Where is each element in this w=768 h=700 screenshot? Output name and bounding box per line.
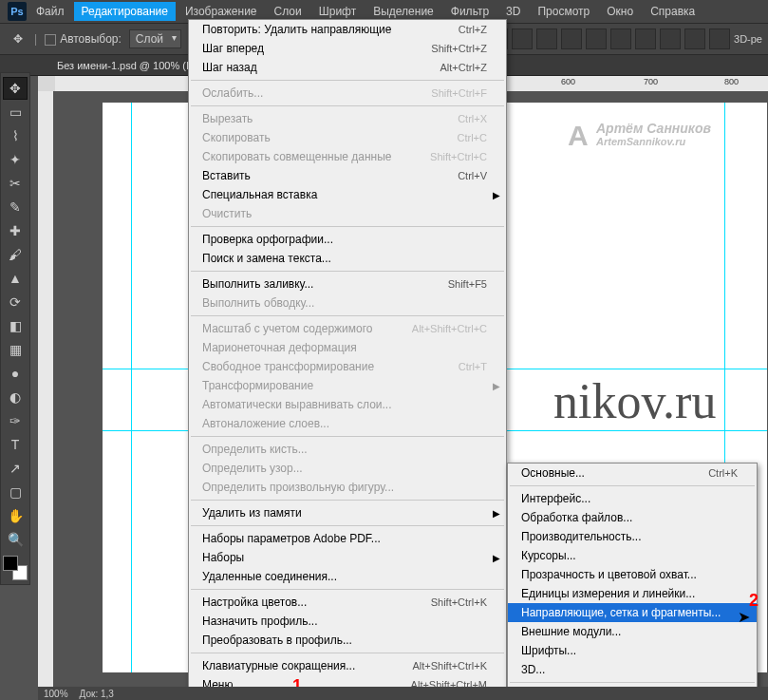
vertical-ruler[interactable]	[38, 76, 53, 687]
hand-tool[interactable]: ✋	[3, 504, 28, 527]
edit-menu-dropdown[interactable]: Повторить: Удалить направляющиеCtrl+ZШаг…	[188, 19, 507, 700]
menu-separator	[191, 436, 504, 437]
menu-item[interactable]: Шаг назадAlt+Ctrl+Z	[189, 58, 506, 77]
menu-image[interactable]: Изображение	[178, 2, 265, 21]
menu-item: Автоматически выравнивать слои...	[189, 395, 506, 414]
menu-file[interactable]: Файл	[28, 2, 72, 21]
blur-tool[interactable]: ●	[3, 362, 28, 385]
foreground-color-swatch[interactable]	[3, 556, 18, 571]
menu-item-label: Наборы	[202, 551, 244, 564]
watermark-logo: A	[568, 120, 589, 152]
align-icon[interactable]	[709, 28, 730, 49]
align-icon[interactable]	[561, 28, 582, 49]
shape-tool[interactable]: ▢	[3, 481, 28, 503]
zoom-level[interactable]: 100%	[44, 689, 68, 699]
menu-item[interactable]: Специальная вставка▶	[189, 185, 506, 204]
menu-item[interactable]: Преобразовать в профиль...	[189, 631, 506, 650]
menu-item[interactable]: Наборы▶	[189, 548, 506, 567]
menu-item[interactable]: Назначить профиль...	[189, 612, 506, 631]
type-tool[interactable]: T	[3, 433, 28, 456]
menu-view[interactable]: Просмотр	[530, 2, 597, 21]
menu-item[interactable]: Единицы измерения и линейки...	[508, 584, 757, 603]
align-icon[interactable]	[512, 28, 533, 49]
menu-item[interactable]: Прозрачность и цветовой охват...	[508, 565, 757, 584]
menu-item[interactable]: Шрифты...	[508, 641, 757, 660]
menu-item-shortcut: Ctrl+T	[440, 361, 487, 372]
menu-filter[interactable]: Фильтр	[443, 2, 496, 21]
brush-tool[interactable]: 🖌	[3, 243, 28, 266]
menu-window[interactable]: Окно	[599, 2, 641, 21]
menu-item-shortcut: Ctrl+C	[439, 132, 487, 143]
layer-dropdown[interactable]: Слой	[129, 29, 181, 48]
gradient-tool[interactable]: ▦	[3, 338, 28, 361]
eyedropper-tool[interactable]: ✎	[3, 196, 28, 218]
history-brush-tool[interactable]: ⟳	[3, 291, 28, 313]
ruler-corner	[38, 76, 55, 91]
menu-item[interactable]: Шаг впередShift+Ctrl+Z	[189, 39, 506, 58]
menu-item-label: Внешние модули...	[521, 625, 621, 638]
menu-item[interactable]: Удалить из памяти▶	[189, 503, 506, 522]
menu-item[interactable]: Направляющие, сетка и фрагменты...	[508, 603, 757, 622]
zoom-tool[interactable]: 🔍	[3, 528, 28, 551]
menu-item[interactable]: Основные...Ctrl+K	[508, 464, 757, 482]
menu-item[interactable]: Клавиатурные сокращения...Alt+Shift+Ctrl…	[189, 656, 506, 675]
align-icon[interactable]	[635, 28, 656, 49]
align-icon[interactable]	[684, 28, 705, 49]
menu-item[interactable]: Выполнить заливку...Shift+F5	[189, 274, 506, 293]
document-tab[interactable]: Без имени-1.psd @ 100% (I	[49, 57, 197, 74]
auto-select-checkbox[interactable]: Автовыбор:	[45, 32, 122, 46]
align-icon[interactable]	[610, 28, 631, 49]
menu-item: Очистить	[189, 204, 506, 223]
path-tool[interactable]: ↗	[3, 457, 28, 480]
align-icon[interactable]	[536, 28, 557, 49]
menu-item[interactable]: Внешние модули...	[508, 622, 757, 641]
menu-3d[interactable]: 3D	[498, 2, 528, 21]
color-swatches[interactable]	[3, 556, 28, 580]
menu-item[interactable]: Повторить: Удалить направляющиеCtrl+Z	[189, 20, 506, 39]
menu-item-label: Шрифты...	[521, 644, 576, 657]
menu-item-label: Направляющие, сетка и фрагменты...	[521, 606, 721, 619]
align-icon[interactable]	[660, 28, 681, 49]
menu-edit[interactable]: Редактирование	[74, 2, 176, 21]
move-tool[interactable]: ✥	[3, 77, 28, 100]
dodge-tool[interactable]: ◐	[3, 386, 28, 408]
preferences-submenu[interactable]: Основные...Ctrl+KИнтерфейс...Обработка ф…	[507, 463, 758, 700]
menu-item[interactable]: Проверка орфографии...	[189, 230, 506, 249]
menu-help[interactable]: Справка	[643, 2, 702, 21]
marquee-tool[interactable]: ▭	[3, 101, 28, 123]
menu-item[interactable]: Курсоры...	[508, 546, 757, 565]
guide-vertical[interactable]	[131, 103, 132, 672]
menu-select[interactable]: Выделение	[365, 2, 441, 21]
menu-item[interactable]: Поиск и замена текста...	[189, 249, 506, 268]
menu-item-label: Скопировать	[202, 131, 271, 144]
crop-tool[interactable]: ✂	[3, 172, 28, 195]
align-icon[interactable]	[586, 28, 607, 49]
menu-item-label: Клавиатурные сокращения...	[202, 659, 355, 672]
healing-tool[interactable]: ✚	[3, 219, 28, 242]
stamp-tool[interactable]: ▲	[3, 267, 28, 290]
menu-item[interactable]: Производительность...	[508, 527, 757, 546]
menu-layers[interactable]: Слои	[267, 2, 309, 21]
menu-item[interactable]: Настройка цветов...Shift+Ctrl+K	[189, 593, 506, 612]
menu-type[interactable]: Шрифт	[311, 2, 364, 21]
menu-item-label: Настройка цветов...	[202, 596, 307, 609]
menu-item-label: Основные...	[521, 466, 585, 480]
menu-item[interactable]: 3D...	[508, 660, 757, 679]
menu-item-label: Скопировать совмещенные данные	[202, 150, 392, 163]
pen-tool[interactable]: ✑	[3, 409, 28, 432]
menu-item[interactable]: Интерфейс...	[508, 489, 757, 508]
menu-separator	[191, 589, 504, 590]
menu-item[interactable]: Удаленные соединения...	[189, 567, 506, 586]
eraser-tool[interactable]: ◧	[3, 314, 28, 337]
menu-item[interactable]: Обработка файлов...	[508, 508, 757, 527]
menu-item: Скопировать совмещенные данныеShift+Ctrl…	[189, 147, 506, 166]
menu-item-shortcut: Shift+Ctrl+C	[411, 151, 487, 162]
menu-item[interactable]: ВставитьCtrl+V	[189, 166, 506, 185]
magic-wand-tool[interactable]: ✦	[3, 148, 28, 171]
lasso-tool[interactable]: ⌇	[3, 124, 28, 147]
menu-item-label: Производительность...	[521, 530, 641, 543]
menu-item[interactable]: Наборы параметров Adobe PDF...	[189, 529, 506, 548]
menu-item-label: Наборы параметров Adobe PDF...	[202, 532, 381, 545]
menu-item-shortcut: Ctrl+X	[439, 113, 487, 124]
menu-item-label: Шаг вперед	[202, 42, 264, 55]
